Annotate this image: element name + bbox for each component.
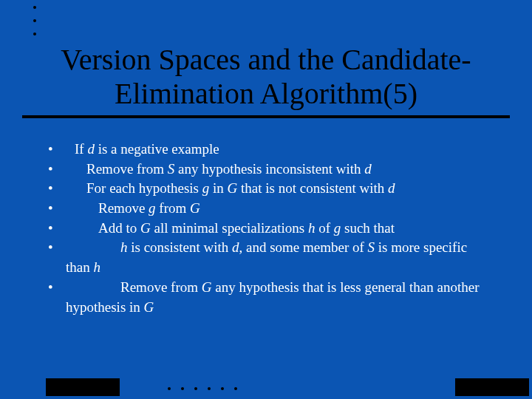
list-item: •Remove from G any hypothesis that is le… (48, 279, 491, 297)
bullet-icon: • (48, 239, 66, 257)
decoration-bar-bottom-left (46, 378, 120, 396)
list-item-continuation: hypothesis in G (48, 299, 491, 317)
bullet-icon: • (48, 140, 66, 159)
bullet-icon: • (48, 279, 66, 297)
list-item: •If d is a negative example (48, 140, 491, 159)
list-item-text: For each hypothesis g in G that is not c… (66, 180, 491, 198)
list-item: •Add to G all minimal specializations h … (48, 219, 491, 238)
list-item-text: Remove g from G (66, 200, 491, 218)
list-item-text: hypothesis in G (66, 299, 491, 317)
slide-title: Version Spaces and the Candidate- Elimin… (0, 43, 532, 111)
slide: Version Spaces and the Candidate- Elimin… (0, 0, 532, 399)
list-item-text: h is consistent with d, and some member … (66, 239, 491, 257)
bullet-icon: • (48, 200, 66, 218)
slide-body: •If d is a negative example•Remove from … (48, 140, 491, 318)
list-item-text: than h (66, 259, 491, 277)
bullet-icon: • (48, 180, 66, 198)
list-item: •Remove g from G (48, 200, 491, 218)
list-item-text: Remove from S any hypothesis inconsisten… (66, 160, 491, 179)
title-line-2: Elimination Algorithm(5) (115, 77, 417, 110)
list-item-continuation: than h (48, 259, 491, 277)
title-underline (22, 115, 510, 118)
list-item-text: Remove from G any hypothesis that is les… (66, 279, 491, 297)
list-item: •For each hypothesis g in G that is not … (48, 180, 491, 198)
list-item: •h is consistent with d, and some member… (48, 239, 491, 257)
decoration-dots-top-left (33, 6, 36, 46)
list-item-text: If d is a negative example (66, 140, 491, 159)
decoration-dots-bottom (168, 387, 248, 390)
bullet-icon: • (48, 219, 66, 238)
list-item-text: Add to G all minimal specializations h o… (66, 219, 491, 238)
decoration-bar-bottom-right (455, 378, 529, 396)
title-line-1: Version Spaces and the Candidate- (61, 43, 471, 76)
list-item: •Remove from S any hypothesis inconsiste… (48, 160, 491, 179)
bullet-icon: • (48, 160, 66, 179)
